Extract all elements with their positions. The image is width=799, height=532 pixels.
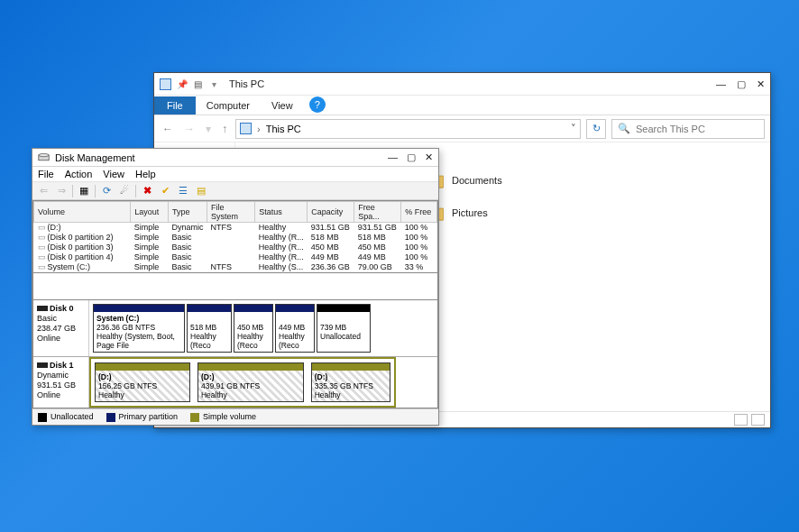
cell: 449 MB (354, 252, 401, 262)
table-row[interactable]: ▭ (D:)SimpleDynamicNTFSHealthy931.51 GB9… (34, 223, 437, 234)
cell: Dynamic (169, 223, 207, 234)
col-header[interactable]: Layout (131, 202, 169, 223)
cell: 449 MB (308, 252, 354, 262)
table-row[interactable]: ▭ (Disk 0 partition 2)SimpleBasicHealthy… (34, 233, 437, 243)
search-input[interactable]: 🔍 Search This PC (611, 119, 765, 139)
diskmgmt-menu: FileActionViewHelp (32, 167, 438, 182)
cell: 33 % (401, 262, 437, 272)
props-icon[interactable]: ▤ (192, 78, 204, 90)
disk-row-0: Disk 0 Basic 238.47 GB Online System (C:… (33, 300, 437, 356)
explorer-title: This PC (229, 78, 264, 89)
icons-view-button[interactable] (751, 414, 765, 426)
vol-cell[interactable]: ▭ (Disk 0 partition 3) (34, 243, 131, 252)
maximize-button[interactable]: ▢ (737, 78, 746, 90)
partition[interactable]: 449 MBHealthy (Reco (275, 304, 315, 353)
partition[interactable]: 518 MBHealthy (Reco (187, 304, 232, 353)
tb-help[interactable]: ▤ (194, 184, 208, 198)
col-header[interactable]: Free Spa... (354, 202, 401, 223)
partition[interactable]: (D:)156.25 GB NTFSHealthy (95, 362, 190, 402)
dm-minimize-button[interactable]: — (388, 151, 398, 163)
dm-close-button[interactable]: ✕ (425, 151, 433, 163)
menu-file[interactable]: File (38, 169, 54, 179)
refresh-button[interactable]: ↻ (586, 119, 606, 139)
disk1-size: 931.51 GB (37, 381, 76, 390)
cell: 100 % (401, 233, 437, 243)
search-icon: 🔍 (618, 123, 630, 134)
col-header[interactable]: Volume (34, 202, 131, 223)
vol-cell[interactable]: ▭ (D:) (34, 223, 131, 233)
diskmgmt-title: Disk Management (55, 152, 135, 163)
table-row[interactable]: ▭ (Disk 0 partition 3)SimpleBasicHealthy… (34, 243, 437, 252)
tb-list[interactable]: ☰ (176, 184, 190, 198)
minimize-button[interactable]: — (716, 78, 726, 90)
cell: NTFS (207, 223, 255, 234)
cell: 931.51 GB (354, 223, 401, 234)
vol-cell[interactable]: ▭ (Disk 0 partition 2) (34, 233, 131, 243)
qat-divider: ▾ (208, 78, 220, 90)
breadcrumb[interactable]: › This PC ˅ (235, 119, 581, 139)
partition[interactable]: System (C:)236.36 GB NTFSHealthy (System… (93, 304, 185, 353)
partition[interactable]: (D:)335.35 GB NTFSHealthy (311, 362, 390, 402)
tb-scan[interactable]: ☄ (117, 184, 132, 198)
col-header[interactable]: File System (207, 202, 255, 223)
details-view-button[interactable] (734, 414, 748, 426)
disk0-header[interactable]: Disk 0 Basic 238.47 GB Online (33, 300, 89, 356)
menu-help[interactable]: Help (135, 169, 156, 179)
cell: 518 MB (308, 233, 354, 243)
tb-back[interactable]: ⇐ (36, 184, 51, 198)
breadcrumb-text: This PC (266, 124, 301, 134)
partition[interactable]: (D:)439.91 GB NTFSHealthy (197, 362, 304, 402)
tb-props[interactable]: ✔ (158, 184, 172, 198)
partition[interactable]: 739 MBUnallocated (317, 304, 371, 353)
cell: 450 MB (354, 243, 401, 252)
thispc-icon-small (240, 123, 252, 134)
tb-fwd[interactable]: ⇒ (54, 184, 69, 198)
disk1-state: Online (37, 390, 60, 399)
cell: 79.00 GB (354, 262, 401, 272)
menu-view[interactable]: View (103, 169, 124, 179)
close-button[interactable]: ✕ (757, 78, 765, 90)
table-row[interactable]: ▭ (Disk 0 partition 4)SimpleBasicHealthy… (34, 252, 437, 262)
svg-point-9 (39, 153, 49, 156)
vol-cell[interactable]: ▭ System (C:) (34, 262, 131, 272)
col-header[interactable]: % Free (401, 202, 437, 223)
tb-delete[interactable]: ✖ (140, 184, 154, 198)
address-bar: ← → ▾ ↑ › This PC ˅ ↻ 🔍 Search This PC (154, 115, 770, 142)
tab-file[interactable]: File (154, 96, 196, 115)
menu-action[interactable]: Action (65, 169, 93, 179)
back-button[interactable]: ← (160, 123, 176, 135)
forward-button[interactable]: → (181, 123, 197, 135)
tb-refresh[interactable]: ⟳ (99, 184, 114, 198)
col-header[interactable]: Capacity (308, 202, 354, 223)
cell: Basic (169, 233, 207, 243)
disk1-name: Disk 1 (50, 361, 74, 370)
breadcrumb-drop[interactable]: ˅ (571, 123, 576, 134)
cell: NTFS (207, 262, 255, 272)
folder-item-documents[interactable]: Documents (421, 166, 571, 195)
disk1-type: Dynamic (37, 371, 69, 380)
help-button[interactable]: ? (309, 96, 326, 113)
cell: Healthy (R... (255, 233, 308, 243)
tab-computer[interactable]: Computer (196, 96, 261, 115)
legend-item: Unallocated (38, 412, 94, 422)
tab-view[interactable]: View (261, 96, 304, 115)
up-button[interactable]: ↑ (219, 123, 230, 135)
pin-icon[interactable]: 📌 (176, 78, 188, 90)
vol-cell[interactable]: ▭ (Disk 0 partition 4) (34, 252, 131, 262)
recent-drop[interactable]: ▾ (203, 123, 214, 135)
disk1-header[interactable]: Disk 1 Dynamic 931.51 GB Online (33, 357, 89, 408)
partition[interactable]: 450 MBHealthy (Reco (234, 304, 273, 353)
disk0-size: 238.47 GB (37, 324, 76, 333)
col-header[interactable]: Status (255, 202, 308, 223)
explorer-titlebar: 📌 ▤ ▾ This PC — ▢ ✕ (154, 73, 770, 96)
cell: 100 % (401, 223, 437, 234)
legend-item: Primary partition (106, 412, 179, 422)
cell: 518 MB (354, 233, 401, 243)
folder-item-pictures[interactable]: Pictures (421, 198, 571, 227)
cell (207, 233, 255, 243)
cell: Simple (131, 262, 169, 272)
tb-views[interactable]: ▦ (77, 184, 91, 198)
col-header[interactable]: Type (169, 202, 207, 223)
dm-maximize-button[interactable]: ▢ (407, 151, 416, 163)
table-row[interactable]: ▭ System (C:)SimpleBasicNTFSHealthy (S..… (34, 262, 437, 272)
